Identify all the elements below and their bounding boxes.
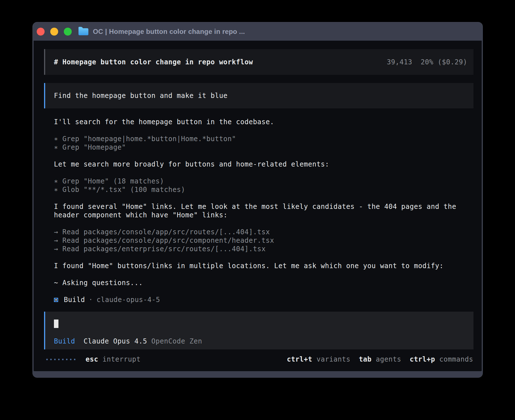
tool-call-glob: ∗ Glob "**/*.tsx" (100 matches) [54, 185, 456, 194]
tool-call-grep: ∗ Grep "Home" (18 matches) [54, 177, 456, 185]
spinner-dot [50, 359, 52, 360]
shortcut-commands: ctrl+p commands [410, 355, 473, 363]
input-model-row: Build Claude Opus 4.5 OpenCode Zen [54, 337, 202, 345]
assistant-message-line: I'll search for the homepage button in t… [54, 118, 456, 126]
session-title: # Homepage button color change in repo w… [54, 58, 253, 66]
key-label: commands [439, 355, 473, 363]
minimize-window-button[interactable] [50, 28, 58, 36]
assistant-message-line: header component which have "Home" links… [54, 211, 456, 219]
key-label: agents [376, 355, 401, 363]
spinner-dot [70, 359, 71, 360]
text-cursor [54, 320, 58, 328]
agent-model: claude-opus-4-5 [97, 296, 160, 304]
shortcut-variants: ctrl+t variants [287, 355, 350, 363]
blank-line [54, 194, 456, 202]
spinner-dot [66, 359, 67, 360]
agent-separator: · [89, 296, 93, 304]
window-title: OC | Homepage button color change in rep… [93, 28, 245, 36]
folder-icon [78, 28, 88, 35]
tool-call-read: → Read packages/console/app/src/routes/[… [54, 228, 456, 236]
key-hint: ctrl+t [287, 355, 312, 363]
terminal-window: OC | Homepage button color change in rep… [32, 22, 483, 378]
key-hint: ctrl+p [410, 355, 435, 363]
blank-line [54, 270, 456, 279]
user-message-text: Find the homepage button and make it blu… [54, 92, 228, 100]
spinner-dot [62, 359, 64, 360]
agent-name: Build [64, 296, 85, 304]
spinner-dot [54, 359, 56, 360]
blank-line [54, 287, 456, 296]
status-asking-questions: ~ Asking questions... [54, 279, 456, 287]
spinner-dot [46, 359, 48, 360]
key-label: variants [317, 355, 350, 363]
tool-call-read: → Read packages/console/app/src/componen… [54, 236, 456, 245]
status-bar: esc interrupt ctrl+t variants tab agents… [46, 355, 473, 364]
session-stats: 39,413 20% ($0.29) [387, 58, 467, 66]
chat-transcript: I'll search for the homepage button in t… [54, 118, 456, 304]
spinner-dot [74, 359, 75, 360]
shortcut-interrupt: esc interrupt [86, 355, 141, 363]
tool-call-grep: ∗ Grep "Homepage" [54, 143, 456, 152]
blank-line [54, 253, 456, 262]
shortcut-agents: tab agents [359, 355, 401, 363]
tool-call-read: → Read packages/enterprise/src/routes/[.… [54, 245, 456, 253]
spinner-dot [58, 359, 60, 360]
window-titlebar[interactable]: OC | Homepage button color change in rep… [33, 22, 483, 41]
prompt-input[interactable]: Build Claude Opus 4.5 OpenCode Zen [44, 312, 473, 349]
assistant-message-line: Let me search more broadly for buttons a… [54, 160, 456, 169]
assistant-message-line: I found several "Home" links. Let me loo… [54, 202, 456, 211]
terminal-content: # Homepage button color change in repo w… [34, 41, 482, 371]
active-model-label[interactable]: Claude Opus 4.5 [84, 337, 147, 345]
stats-gap [412, 58, 421, 66]
assistant-message-line: I found "Home" buttons/links in multiple… [54, 262, 456, 270]
interrupt-label: interrupt [102, 355, 141, 363]
agent-icon [54, 298, 58, 302]
agent-status-row: Build · claude-opus-4-5 [54, 296, 456, 304]
working-spinner-dots [46, 359, 75, 360]
blank-line [54, 152, 456, 160]
session-header: # Homepage button color change in repo w… [44, 49, 473, 75]
blank-line [54, 219, 456, 228]
token-count: 39,413 [387, 58, 412, 66]
key-hint: tab [359, 355, 372, 363]
user-message-block: Find the homepage button and make it blu… [44, 83, 473, 108]
esc-key-hint: esc [86, 355, 98, 363]
context-cost: 20% ($0.29) [421, 58, 467, 66]
blank-line [54, 169, 456, 177]
shortcut-hints: ctrl+t variants tab agents ctrl+p comman… [287, 355, 473, 363]
close-window-button[interactable] [37, 28, 45, 36]
tool-call-grep: ∗ Grep "homepage|home.*button|Home.*butt… [54, 135, 456, 143]
active-agent-label[interactable]: Build [54, 337, 75, 345]
blank-line [54, 126, 456, 135]
model-provider-label: OpenCode Zen [151, 337, 202, 345]
fullscreen-window-button[interactable] [64, 28, 72, 36]
